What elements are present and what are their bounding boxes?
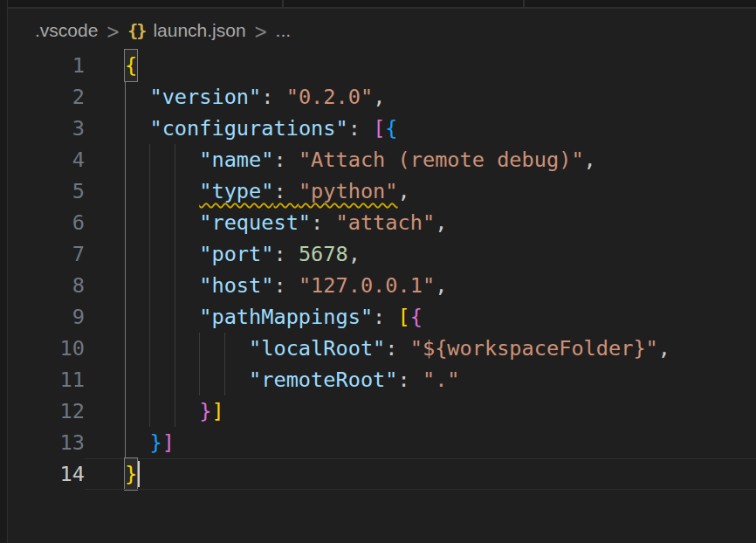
line-number[interactable]: 5 [9,175,85,207]
warning-squiggle: "type": "python" [199,179,397,203]
line-number[interactable]: 8 [9,270,85,301]
code-token: : [385,336,409,361]
indent-guide [125,333,126,364]
code-token: ] [162,430,175,455]
indent-guide [149,333,150,364]
indent-guide [175,238,175,270]
code-token [125,336,249,361]
code-line-text[interactable]: } [85,458,756,490]
code-token: "${workspaceFolder}" [410,336,658,361]
code-token [125,399,199,423]
text-cursor [138,461,140,487]
code-token [125,148,199,172]
indent-guide [149,238,150,270]
indent-guide [125,395,126,427]
line-number[interactable]: 13 [9,427,85,458]
line-number[interactable]: 3 [9,113,85,144]
code-token: , [435,210,447,235]
code-token: 5678 [299,242,348,266]
code-line: 14} [9,458,756,490]
code-line-text[interactable]: "version": "0.2.0", [85,81,756,113]
code-line-text[interactable]: "request": "attach", [85,207,756,238]
indent-guide [149,395,150,427]
indent-guide [149,207,150,238]
line-number[interactable]: 7 [9,238,85,270]
indent-guide [199,364,200,395]
bracket-match: } [125,458,137,490]
code-token: "version" [149,85,261,109]
line-number[interactable]: 2 [9,81,85,113]
code-token: : [273,179,298,203]
indent-guide [149,144,150,175]
indent-guide [175,144,175,175]
code-token [125,305,199,329]
vscode-window: .vscode > {} launch.json > ... 1{2 "vers… [0,0,756,543]
editor-tab-strip [0,0,756,9]
breadcrumb: .vscode > {} launch.json > ... [9,10,756,50]
line-number[interactable]: 1 [9,50,85,81]
breadcrumb-folder[interactable]: .vscode [35,20,98,41]
code-token: [ [373,116,385,141]
code-line: 7 "port": 5678, [9,238,756,270]
breadcrumb-symbol-more[interactable]: ... [276,20,292,41]
json-braces-icon: {} [127,20,145,41]
code-line-text[interactable]: "localRoot": "${workspaceFolder}", [85,333,756,364]
code-token [125,210,199,235]
indent-guide [125,270,126,301]
line-number[interactable]: 9 [9,301,85,333]
code-token: "name" [199,148,273,172]
breadcrumb-file[interactable]: launch.json [153,20,245,41]
code-token [125,116,149,141]
code-token: : [273,242,298,266]
indent-guide [125,364,126,395]
code-token: , [435,273,447,298]
code-line-text[interactable]: "port": 5678, [85,238,756,270]
code-line-text[interactable]: }] [85,427,756,458]
code-token: "type" [199,179,273,203]
code-line-text[interactable]: "host": "127.0.0.1", [85,270,756,301]
line-number[interactable]: 6 [9,207,85,238]
code-line-text[interactable]: "remoteRoot": "." [85,364,756,395]
code-line-text[interactable]: "name": "Attach (remote debug)", [85,144,756,175]
code-token: "attach" [336,210,436,235]
indent-guide [125,207,126,238]
line-number[interactable]: 10 [9,333,85,364]
code-token [125,273,199,298]
code-token: "Attach (remote debug)" [299,148,584,172]
code-token: , [658,336,670,361]
code-token: "." [423,368,460,392]
indent-guide [199,333,200,364]
code-token [125,85,149,109]
code-line-text[interactable]: { [85,50,756,81]
line-number[interactable]: 12 [9,395,85,427]
code-token: } [199,399,211,423]
code-token: : [398,368,423,392]
indent-guide [125,81,126,113]
code-token: : [273,148,298,172]
indent-guide [125,427,126,458]
code-token: "host" [199,273,273,298]
code-line-text[interactable]: }] [85,395,756,427]
code-token: { [385,116,397,141]
bracket-match: { [125,50,137,81]
tab-divider [282,0,284,9]
indent-guide [125,113,126,144]
indent-guide [149,301,150,333]
code-token: { [410,305,423,329]
indent-guide [125,175,126,207]
line-number[interactable]: 14 [9,458,85,490]
code-token: , [584,148,596,172]
code-token: "request" [199,210,311,235]
code-token: } [149,430,162,455]
code-line: 11 "remoteRoot": "." [9,364,756,395]
code-line-text[interactable]: "type": "python", [85,175,756,207]
code-token: : [273,273,298,298]
editor-pane[interactable]: 1{2 "version": "0.2.0",3 "configurations… [9,50,756,543]
line-number[interactable]: 11 [9,364,85,395]
code-line-text[interactable]: "configurations": [{ [85,113,756,144]
code-token: "port" [199,242,273,266]
code-line-text[interactable]: "pathMappings": [{ [85,301,756,333]
code-line: 8 "host": "127.0.0.1", [9,270,756,301]
line-number[interactable]: 4 [9,144,85,175]
code-token [125,368,249,392]
